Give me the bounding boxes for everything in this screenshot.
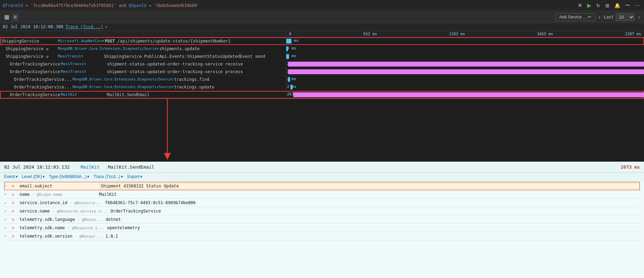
nav-fwd-button[interactable]: › xyxy=(637,14,641,21)
service-name-7: OrderTrackingService xyxy=(1,92,60,97)
row-1-key: name · @Scope.name xyxy=(20,192,96,197)
row-0-cross[interactable]: ✕ xyxy=(12,184,17,188)
more-button[interactable]: ⋯ xyxy=(634,2,641,9)
marker-4: 2207 ms xyxy=(625,32,641,36)
span-row-1[interactable]: ShippingService ↺ MongoDB.Driver.Core.Ex… xyxy=(0,45,644,53)
trace-filter[interactable]: Trace (7ccd...) ▾ xyxy=(93,174,123,179)
row-4-cross[interactable]: ✕ xyxy=(12,217,17,222)
lower-service-tag: MailKit xyxy=(81,164,100,170)
top-bar-left: @TraceId = '7ccd8e86a47579ce3b404afa53f0… xyxy=(3,3,576,8)
toolbar2-right: Add Service ... ✏ ‹ Last 1d 6h 1h 15m › xyxy=(555,13,641,21)
service-name-1: ShippingService ↺ xyxy=(1,46,57,51)
service-name-3: OrderTrackingService xyxy=(1,62,60,67)
table-row-2: ✓ ✕ service.instance.id · @Resource... f… xyxy=(4,199,640,207)
row-0-key: email.subject xyxy=(20,184,96,188)
list-view-icon[interactable]: ≡ xyxy=(12,13,18,21)
table-row-3: ✓ ✕ service.name · @Resource.service.n..… xyxy=(4,207,640,215)
lower-date: 02 Jul 2024 18:12:03.132 xyxy=(4,164,70,170)
span-row-7[interactable]: OrderTrackingService MailKit MailKit.Sen… xyxy=(0,91,644,99)
span-name-7: MailKit.SendEmail xyxy=(107,92,286,97)
service-name-5: OrderTrackingService... xyxy=(1,77,72,82)
time-range-select[interactable]: 1d 6h 1h 15m xyxy=(616,13,635,21)
toolbar2: ▦ ≡ Add Service ... ✏ ‹ Last 1d 6h 1h 15… xyxy=(0,11,644,23)
row-6-check: ✓ xyxy=(4,234,9,239)
span-row-7-left: OrderTrackingService MailKit MailKit.Sen… xyxy=(0,92,286,97)
run-button[interactable]: ▶ xyxy=(586,1,593,9)
row-3-cross[interactable]: ✕ xyxy=(12,209,17,214)
row-5-key: telemetry.sdk.name · @Resource.t... xyxy=(20,225,104,230)
bar-3 xyxy=(288,62,644,67)
event-filter[interactable]: Event ▾ xyxy=(4,174,18,179)
span-row-4-left: OrderTrackingService MassTransit shipmen… xyxy=(0,69,286,74)
row-1-cross[interactable]: ✕ xyxy=(12,192,17,197)
row-2-cross[interactable]: ✕ xyxy=(12,200,17,205)
span-row-3-left: OrderTrackingService MassTransit shipmen… xyxy=(0,62,286,67)
type-filter[interactable]: Type (0x968804A...) ▾ xyxy=(49,174,89,179)
trace-link[interactable]: Trace (7ccd...) xyxy=(65,24,103,29)
span-row-3-right: 2746 ms xyxy=(286,60,644,68)
service-badge-7: MailKit xyxy=(61,92,106,97)
table-row-0: ✓ ✕ email.subject Shipment 41568132 Stat… xyxy=(4,182,640,190)
timeline-markers: 0 552 ms 1103 ms 1655 ms 2207 ms xyxy=(286,31,644,37)
bar-1 xyxy=(286,46,288,51)
row-6-cross[interactable]: ✕ xyxy=(12,234,17,239)
bar-6 xyxy=(290,85,293,90)
bar-0 xyxy=(286,39,291,44)
service-badge-5: MongoDB.Driver.Core.Extensions.Diagnosti… xyxy=(73,77,173,81)
row-0-value: Shipment 41568132 Status Update xyxy=(99,183,640,189)
last-label: Last xyxy=(604,15,614,20)
span-row-6[interactable]: OrderTrackingService... MongoDB.Driver.C… xyxy=(0,83,644,91)
table-row-6: ✓ ✕ telemetry.sdk.version · @Resour... 1… xyxy=(4,232,640,240)
span-name-3: shipment-status-updated-order-tracking-s… xyxy=(107,62,286,67)
bar-4 xyxy=(288,69,644,74)
lower-header: 02 Jul 2024 18:12:03.132 MailKit MailKit… xyxy=(0,162,644,173)
service-badge-3: MassTransit xyxy=(61,62,106,66)
row-0-check: ✓ xyxy=(4,184,9,188)
span-row-0-right: 25 ms xyxy=(286,37,644,45)
type-chevron-icon: ▾ xyxy=(87,174,89,179)
row-5-check: ✓ xyxy=(4,225,9,230)
row-5-value: opentelemetry xyxy=(107,225,640,230)
lower-span-name: MailKit.SendEmail xyxy=(108,164,154,170)
close-button[interactable]: ✕ xyxy=(576,1,584,9)
span-name-0: POST /api/shipments/update-status/{shipm… xyxy=(105,39,286,44)
table-row-4: ✓ ✕ telemetry.sdk.language · @Resou... d… xyxy=(4,215,640,224)
arrow-area xyxy=(0,99,644,162)
bell-button[interactable]: 🔔 xyxy=(613,2,622,9)
span-row-4-right: 2741 ms xyxy=(286,68,644,76)
trace-chevron-icon[interactable]: ▾ xyxy=(105,25,107,29)
span-row-2[interactable]: ShippingService ↺ MassTransit ShippingSe… xyxy=(0,53,644,60)
span-name-1: shipments.update xyxy=(159,46,286,51)
row-2-key: service.instance.id · @Resource... xyxy=(20,200,102,205)
query-text: @TraceId = '7ccd8e86a47579ce3b404afa53f0… xyxy=(3,3,199,8)
connector-arrow xyxy=(0,99,644,162)
add-service-button[interactable]: Add Service ... ✏ xyxy=(555,13,595,21)
export-filter[interactable]: Export ▾ xyxy=(127,174,142,179)
level-filter[interactable]: Level (OK) ▾ xyxy=(22,174,45,179)
split-button[interactable]: ⊞ xyxy=(604,2,611,9)
trace-chevron-icon: ▾ xyxy=(121,174,123,179)
row-5-cross[interactable]: ✕ xyxy=(12,225,17,230)
span-row-0[interactable]: ShippingService Microsoft.AspNetCore POS… xyxy=(0,37,644,45)
nav-back-button[interactable]: ‹ xyxy=(597,14,602,21)
span-row-4[interactable]: OrderTrackingService MassTransit shipmen… xyxy=(0,68,644,76)
bar-chart-icon[interactable]: ▦ xyxy=(3,13,11,21)
service-badge-4: MassTransit xyxy=(61,69,106,74)
span-row-5[interactable]: OrderTrackingService... MongoDB.Driver.C… xyxy=(0,76,644,83)
service-name-0: ShippingService xyxy=(1,39,57,44)
bar-7 xyxy=(293,92,644,97)
span-row-6-right: 2 ms xyxy=(286,83,644,91)
span-row-1-left: ShippingService ↺ MongoDB.Driver.Core.Ex… xyxy=(0,46,286,51)
service-badge-6: MongoDB.Driver.Core.Extensions.Diagnosti… xyxy=(73,85,173,89)
refresh-button[interactable]: ↻ xyxy=(595,2,602,9)
row-4-value: dotnet xyxy=(106,217,640,222)
span-row-3[interactable]: OrderTrackingService MassTransit shipmen… xyxy=(0,60,644,68)
service-name-2: ShippingService ↺ xyxy=(1,54,57,59)
wave-button[interactable]: 〜 xyxy=(624,2,631,9)
marker-1: 552 ms xyxy=(363,32,377,36)
bar-5 xyxy=(288,77,290,82)
event-chevron-icon: ▾ xyxy=(16,174,18,179)
service-name-6: OrderTrackingService... xyxy=(1,85,72,90)
row-4-key: telemetry.sdk.language · @Resou... xyxy=(20,217,103,222)
trace-panel: 02 Jul 2024 18:12:00.380 Trace (7ccd...)… xyxy=(0,23,644,99)
